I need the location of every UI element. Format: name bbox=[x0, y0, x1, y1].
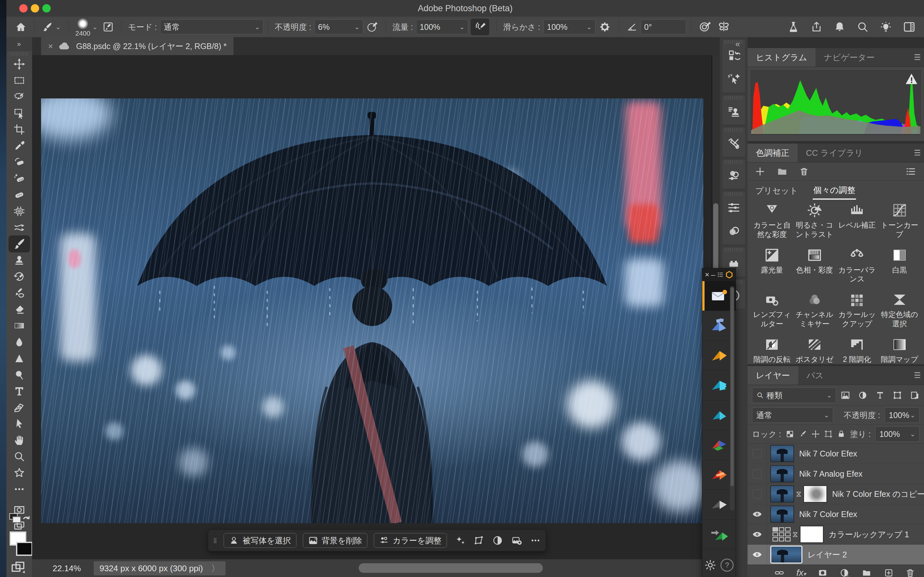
filter-pixel-layers-icon[interactable] bbox=[841, 390, 850, 400]
type-tool-button[interactable] bbox=[9, 383, 29, 399]
dodge-tool-button[interactable] bbox=[9, 367, 29, 383]
tab-cc-libraries[interactable]: CC ライブラリ bbox=[798, 143, 871, 162]
histogram-panel-menu-icon[interactable]: ☰ bbox=[914, 53, 924, 62]
lock-transparency-icon[interactable] bbox=[786, 430, 794, 438]
histogram-warning-icon[interactable] bbox=[905, 73, 918, 85]
tab-layers[interactable]: レイヤー bbox=[748, 366, 798, 385]
lasso-tool-button[interactable] bbox=[9, 89, 29, 105]
layer-row[interactable]: Nik 7 Color Efex bbox=[748, 444, 924, 464]
eraser-tool-button[interactable] bbox=[9, 301, 29, 318]
adj-selective-color[interactable]: 特定色域の 選択 bbox=[879, 292, 921, 329]
history-brush-tool-button[interactable] bbox=[9, 269, 29, 285]
toggle-brush-panel-icon[interactable] bbox=[99, 19, 117, 35]
toolbar-collapse-icon[interactable]: » bbox=[6, 37, 32, 51]
adj-black-white[interactable]: 白黒 bbox=[879, 247, 921, 284]
filter-type-layers-icon[interactable] bbox=[875, 390, 885, 400]
layer-thumbnail[interactable] bbox=[771, 506, 794, 523]
layer-filter-dropdown[interactable]: 種類⌄ bbox=[752, 388, 836, 403]
adj-channel-mixer[interactable]: チャンネル ミキサー bbox=[793, 292, 836, 329]
zoom-tool-button[interactable] bbox=[9, 448, 29, 464]
home-icon[interactable] bbox=[12, 19, 29, 35]
nik-help-icon[interactable]: ? bbox=[720, 559, 733, 572]
status-chevron-icon[interactable]: 〉 bbox=[212, 563, 220, 574]
color-lookup-layer-icon[interactable] bbox=[772, 527, 790, 542]
smoothing-dropdown[interactable]: 100%⌄ bbox=[543, 19, 596, 34]
filter-smart-objects-icon[interactable] bbox=[910, 390, 919, 400]
taskbar-drag-handle[interactable]: ⣿ bbox=[213, 539, 217, 542]
transform-icon[interactable] bbox=[474, 535, 484, 546]
screen-mode-mini-icon[interactable] bbox=[11, 560, 27, 576]
adj-curves[interactable]: トーンカー ブ bbox=[879, 203, 921, 239]
layer-name[interactable]: レイヤー 2 bbox=[808, 550, 847, 560]
sharpen-tool-button[interactable] bbox=[9, 350, 29, 366]
visibility-toggle[interactable] bbox=[748, 464, 767, 484]
layer-row[interactable]: ⧖ カラールックアップ 1 bbox=[748, 524, 924, 545]
hand-tool-button[interactable] bbox=[9, 432, 29, 448]
layer-thumbnail[interactable] bbox=[771, 485, 794, 503]
layer-name[interactable]: Nik 7 Color Efex bbox=[799, 510, 857, 519]
layer-row[interactable]: Nik 7 Color Efex bbox=[748, 504, 924, 524]
remove-background-button[interactable]: 背景を削除 bbox=[303, 533, 368, 548]
smoothing-gear-icon[interactable] bbox=[596, 19, 614, 35]
filter-adjustment-layers-icon[interactable] bbox=[858, 390, 867, 400]
move-tool-button[interactable] bbox=[9, 56, 29, 72]
fill-dropdown[interactable]: 100%⌄ bbox=[875, 426, 919, 442]
discover-sparkle-cursor-panel-icon[interactable] bbox=[724, 68, 744, 91]
shape-tool-button[interactable] bbox=[9, 465, 29, 481]
clone-stamp-tool-button[interactable] bbox=[9, 252, 29, 268]
adjustment-list-view-icon[interactable] bbox=[904, 166, 917, 177]
close-document-icon[interactable]: × bbox=[48, 41, 53, 51]
patch-tool-button[interactable] bbox=[9, 203, 29, 219]
layer-name[interactable]: カラールックアップ 1 bbox=[829, 529, 909, 540]
version-history-panel-icon[interactable] bbox=[724, 44, 744, 68]
nik-close-icon[interactable]: × bbox=[705, 270, 709, 279]
subtab-single-adjustments[interactable]: 個々の調整 bbox=[813, 182, 856, 200]
subtab-presets[interactable]: プリセット bbox=[754, 183, 798, 199]
adj-brightness-contrast[interactable]: 明るさ・コ ントラスト bbox=[793, 203, 836, 239]
properties-sliders-panel-icon[interactable] bbox=[724, 196, 744, 219]
layer-thumbnail[interactable] bbox=[771, 445, 794, 462]
hidden-eye-checkbox[interactable] bbox=[753, 469, 762, 478]
brush-tool-preset-icon[interactable]: ⌄ bbox=[39, 19, 64, 35]
nik-list-icon[interactable] bbox=[717, 271, 724, 278]
blend-circles-panel-icon[interactable] bbox=[724, 219, 744, 243]
size-pressure-icon[interactable] bbox=[696, 19, 714, 35]
blend-mode-dropdown[interactable]: 通常⌄ bbox=[752, 408, 833, 423]
nik-scrollbar[interactable] bbox=[730, 286, 734, 511]
layer-mask-thumbnail[interactable] bbox=[800, 526, 824, 543]
brush-tool-button[interactable] bbox=[9, 236, 29, 252]
adjustments-panel-menu-icon[interactable]: ☰ bbox=[914, 148, 924, 157]
workspace-switcher-icon[interactable] bbox=[903, 21, 916, 33]
layer-thumbnail[interactable] bbox=[771, 546, 803, 564]
layer-row[interactable]: Nik 7 Analog Efex bbox=[748, 464, 924, 484]
layer-name[interactable]: Nik 7 Color Efex bbox=[799, 449, 857, 458]
content-aware-move-tool-button[interactable] bbox=[9, 219, 29, 235]
remove-tool-button[interactable] bbox=[9, 154, 29, 170]
object-selection-tool-button[interactable] bbox=[9, 105, 29, 121]
adjustments-panel-icon[interactable] bbox=[724, 164, 744, 187]
visibility-toggle[interactable] bbox=[748, 484, 767, 504]
lock-artboard-icon[interactable] bbox=[824, 430, 833, 438]
edit-toolbar-ellipsis-icon[interactable] bbox=[9, 481, 29, 497]
new-adjustment-layer-icon[interactable] bbox=[839, 568, 850, 577]
add-image-icon[interactable] bbox=[511, 535, 522, 546]
discover-lightbulb-icon[interactable] bbox=[880, 21, 892, 33]
brush-size-preview[interactable]: 2400 bbox=[75, 18, 90, 37]
crop-tool-button[interactable] bbox=[9, 121, 29, 137]
visibility-toggle[interactable] bbox=[748, 524, 767, 544]
new-group-folder-icon[interactable] bbox=[861, 568, 872, 577]
adj-exposure[interactable]: 露光量 bbox=[751, 247, 793, 284]
layer-opacity-dropdown[interactable]: 100%⌄ bbox=[885, 408, 919, 423]
adj-photo-filter[interactable]: レンズフィ ルター bbox=[751, 292, 793, 329]
layer-mask-thumbnail[interactable] bbox=[803, 485, 827, 503]
nik-settings-gear-icon[interactable] bbox=[704, 559, 716, 571]
marquee-tool-button[interactable] bbox=[9, 73, 29, 89]
adj-color-balance[interactable]: カラーバラ ンス bbox=[836, 247, 879, 284]
hidden-eye-checkbox[interactable] bbox=[753, 449, 762, 458]
lock-all-icon[interactable] bbox=[837, 430, 845, 438]
visibility-toggle[interactable] bbox=[748, 504, 767, 524]
more-options-ellipsis-icon[interactable] bbox=[530, 535, 541, 546]
search-icon[interactable] bbox=[857, 21, 869, 33]
pen-tool-button[interactable] bbox=[9, 400, 29, 416]
path-selection-tool-button[interactable] bbox=[9, 416, 29, 432]
